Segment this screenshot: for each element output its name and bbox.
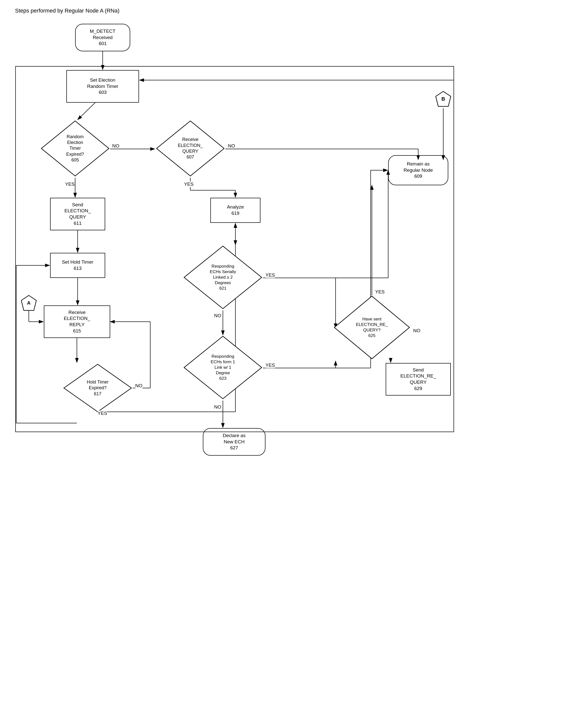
node-603: Set Election Random Timer 603: [66, 70, 139, 103]
svg-line-2: [78, 103, 95, 120]
label-yes-625: YES: [375, 289, 385, 295]
node-611: Send ELECTION_ QUERY 611: [50, 198, 105, 230]
node-621: Responding ECHs Serially Linked ≥ 2 Degr…: [183, 245, 263, 310]
connector-b: B: [434, 90, 452, 108]
diagram-title: Steps performed by Regular Node A (RNa): [15, 7, 120, 14]
label-yes-621: YES: [266, 272, 275, 278]
label-no-625: NO: [413, 328, 421, 334]
label-no-607: NO: [228, 143, 235, 149]
node-625: Have sent ELECTION_RE_ QUERY? 625: [333, 295, 411, 360]
node-601: M_DETECT Received 601: [75, 24, 130, 51]
label-yes-607: YES: [184, 182, 194, 187]
node-627: Declare as New ECH 627: [203, 428, 266, 456]
diagram-container: Steps performed by Regular Node A (RNa): [0, 0, 581, 728]
label-yes-605: YES: [65, 182, 75, 187]
node-609: Remain as Regular Node 609: [388, 155, 448, 185]
node-623: Responding ECHs form 1 Link w/ 1 Degree …: [183, 335, 263, 400]
label-yes-623: YES: [266, 363, 275, 368]
label-yes-617: YES: [98, 411, 107, 416]
node-629: Send ELECTION_RE_ QUERY 629: [386, 363, 451, 395]
node-619: Analyze 619: [210, 198, 260, 223]
label-no-617: NO: [135, 383, 143, 389]
node-605: Random Election Timer Expired? 605: [40, 120, 110, 177]
label-no-621: NO: [214, 313, 221, 318]
node-613: Set Hold Timer 613: [50, 253, 105, 278]
label-no-623: NO: [214, 404, 221, 410]
node-607: Receive ELECTION_ QUERY 607: [155, 120, 225, 177]
label-no-605: NO: [112, 143, 120, 149]
node-617: Hold Timer Expired? 617: [62, 363, 133, 413]
node-615: Receive ELECTION_ REPLY 615: [44, 306, 110, 338]
connector-a: A: [20, 294, 37, 312]
